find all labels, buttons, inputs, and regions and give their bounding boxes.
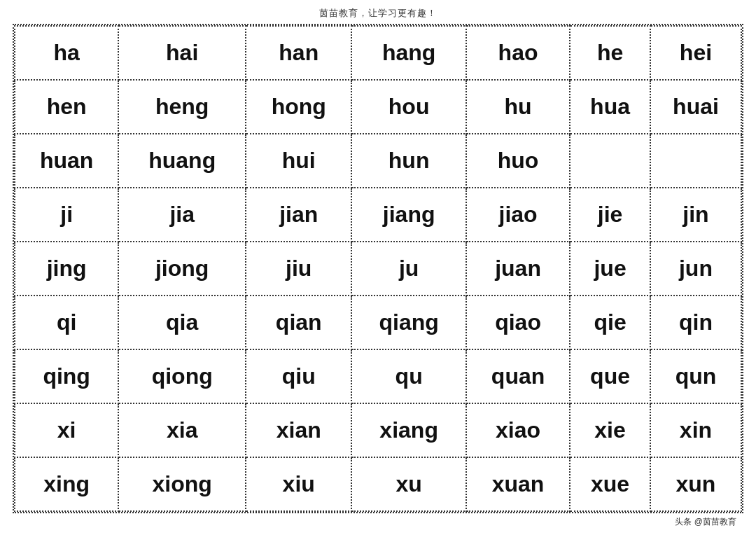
pinyin-cell: xia [118,403,246,457]
pinyin-cell: xin [650,403,741,457]
table-row: qiqiaqianqiangqiaoqieqin [15,296,741,349]
pinyin-cell: jue [570,242,650,296]
pinyin-cell: qiang [351,296,466,349]
pinyin-cell: jiu [246,242,351,296]
pinyin-cell: xue [570,457,650,511]
pinyin-cell: he [570,26,650,80]
table-row: xingxiongxiuxuxuanxuexun [15,457,741,511]
pinyin-cell: xuan [466,457,570,511]
grid-wrapper: hahaihanhanghaoheheihenhenghonghouhuhuah… [13,24,743,513]
table-row: qingqiongqiuququanquequn [15,349,741,403]
pinyin-cell: qu [351,349,466,403]
page-container: 茵苗教育，让学习更有趣！ hahaihanhanghaoheheihenheng… [0,0,756,535]
pinyin-cell: xiu [246,457,351,511]
pinyin-cell: qun [650,349,741,403]
pinyin-cell: qiu [246,349,351,403]
pinyin-cell: hui [246,134,351,188]
pinyin-cell: ha [15,26,118,80]
pinyin-cell: qiong [118,349,246,403]
pinyin-cell: hao [466,26,570,80]
pinyin-cell: ji [15,188,118,242]
pinyin-cell: xiang [351,403,466,457]
pinyin-cell: qiao [466,296,570,349]
pinyin-cell: hang [351,26,466,80]
pinyin-cell: hou [351,80,466,134]
pinyin-cell: jian [246,188,351,242]
pinyin-cell: hua [570,80,650,134]
pinyin-cell: xiong [118,457,246,511]
pinyin-cell: hu [466,80,570,134]
table-row: hahaihanhanghaohehei [15,26,741,80]
pinyin-cell: hei [650,26,741,80]
footer-bar: 头条 @茵苗教育 [13,513,743,528]
table-row: jijiajianjiangjiaojiejin [15,188,741,242]
pinyin-cell: qia [118,296,246,349]
pinyin-cell [650,134,741,188]
pinyin-cell: qing [15,349,118,403]
pinyin-cell: xiao [466,403,570,457]
pinyin-cell: jia [118,188,246,242]
pinyin-cell: jiong [118,242,246,296]
pinyin-cell: jun [650,242,741,296]
pinyin-cell: xi [15,403,118,457]
pinyin-cell: jin [650,188,741,242]
pinyin-cell: jing [15,242,118,296]
pinyin-cell: xie [570,403,650,457]
pinyin-cell: hong [246,80,351,134]
pinyin-cell: hai [118,26,246,80]
page-title: 茵苗教育，让学习更有趣！ [319,7,437,20]
pinyin-cell: huang [118,134,246,188]
pinyin-cell [570,134,650,188]
pinyin-cell: quan [466,349,570,403]
pinyin-cell: jie [570,188,650,242]
pinyin-cell: hen [15,80,118,134]
pinyin-cell: xing [15,457,118,511]
pinyin-cell: qi [15,296,118,349]
pinyin-cell: qin [650,296,741,349]
pinyin-cell: xu [351,457,466,511]
pinyin-cell: huo [466,134,570,188]
pinyin-cell: heng [118,80,246,134]
table-row: jingjiongjiujujuanjuejun [15,242,741,296]
pinyin-cell: huan [15,134,118,188]
pinyin-cell: qian [246,296,351,349]
pinyin-cell: jiang [351,188,466,242]
table-row: huanhuanghuihunhuo [15,134,741,188]
table-row: xixiaxianxiangxiaoxiexin [15,403,741,457]
pinyin-cell: huai [650,80,741,134]
pinyin-table: hahaihanhanghaoheheihenhenghonghouhuhuah… [14,25,742,512]
pinyin-cell: ju [351,242,466,296]
pinyin-cell: xian [246,403,351,457]
pinyin-cell: jiao [466,188,570,242]
pinyin-cell: xun [650,457,741,511]
pinyin-cell: juan [466,242,570,296]
pinyin-cell: qie [570,296,650,349]
pinyin-cell: que [570,349,650,403]
pinyin-cell: hun [351,134,466,188]
table-row: henhenghonghouhuhuahuai [15,80,741,134]
footer-label: 头条 @茵苗教育 [675,516,736,528]
pinyin-cell: han [246,26,351,80]
